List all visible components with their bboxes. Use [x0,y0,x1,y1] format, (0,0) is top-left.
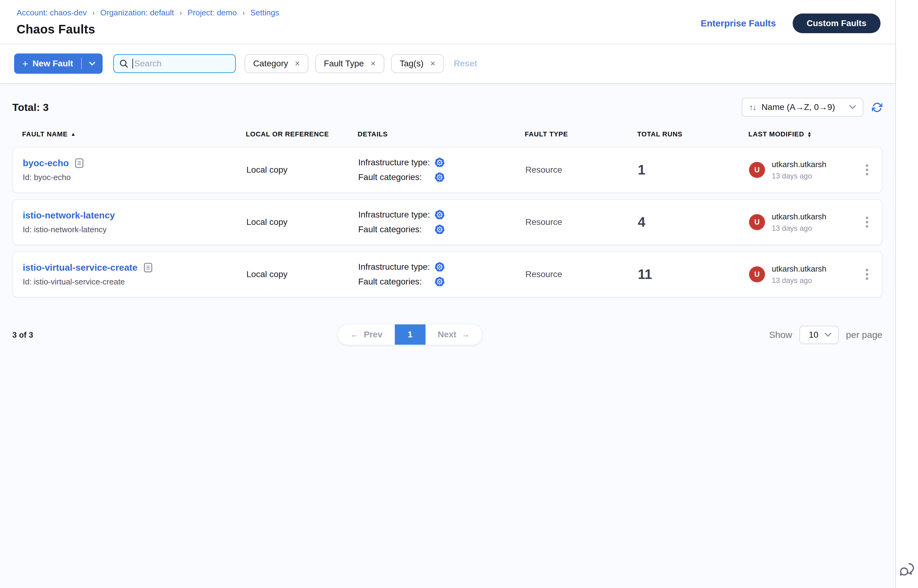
header-actions: Enterprise Faults Custom Faults [700,13,881,33]
total-runs-value: 4 [638,215,749,230]
close-icon[interactable]: × [295,59,300,68]
last-modified-cell: U utkarsh.utkarsh 13 days ago [749,264,872,285]
right-gutter [895,0,918,588]
details-cell: Infrastructure type: Fault categories: [358,210,525,235]
filter-chip-category[interactable]: Category × [244,54,309,73]
column-label: FAULT NAME [22,130,68,138]
custom-faults-button[interactable]: Custom Faults [793,13,881,33]
infrastructure-type-label: Infrastructure type: [358,262,435,272]
fault-id: Id: istio-virtual-service-create [23,277,246,287]
modified-by: utkarsh.utkarsh [772,212,826,221]
column-last-modified[interactable]: LAST MODIFIED ▲▼ [748,130,873,138]
copy-icon[interactable] [144,263,152,273]
kubernetes-icon [435,172,445,183]
pagination-row: 3 of 3 ← Prev 1 Next → Show 10 [12,324,882,346]
chaos-faults-page: Account: chaos-dev › Organization: defau… [0,0,918,588]
copy-icon[interactable] [75,158,84,168]
new-fault-label: New Fault [32,59,73,68]
enterprise-faults-link[interactable]: Enterprise Faults [700,18,776,29]
new-fault-dropdown-toggle[interactable] [82,62,103,65]
row-menu-button[interactable] [862,265,872,284]
close-icon[interactable]: × [430,59,435,68]
column-details: DETAILS [357,130,525,138]
table-row[interactable]: istio-network-latency Id: istio-network-… [12,199,882,245]
table-row[interactable]: byoc-echo Id: byoc-echo Local copy Infra… [12,147,882,193]
kubernetes-icon [435,224,445,235]
page-size-control: Show 10 per page [769,326,882,344]
breadcrumb-organization-link[interactable]: Organization: default [100,8,174,18]
filter-chip-label: Fault Type [324,59,364,68]
filter-chip-label: Tag(s) [400,59,423,68]
search-icon [120,59,128,68]
chevron-down-icon [849,105,856,109]
total-runs-value: 1 [638,162,749,178]
fault-type-value: Resource [525,165,638,175]
table-header-row: FAULT NAME ▲ LOCAL OR REFERENCE DETAILS … [12,130,882,138]
pagination-summary: 3 of 3 [12,330,33,340]
infrastructure-type-label: Infrastructure type: [358,210,435,220]
local-or-reference-value: Local copy [246,270,358,279]
fault-id: Id: byoc-echo [23,173,246,182]
breadcrumb-account-link[interactable]: Account: chaos-dev [16,8,87,18]
kubernetes-icon [435,262,445,272]
next-label: Next [438,330,457,339]
row-menu-button[interactable] [862,161,872,179]
column-fault-name[interactable]: FAULT NAME ▲ [22,130,246,138]
refresh-icon [872,102,882,112]
filter-chip-tags[interactable]: Tag(s) × [391,54,444,73]
prev-label: Prev [364,330,383,339]
modified-at: 13 days ago [772,276,826,285]
new-fault-button[interactable]: + New Fault [14,53,103,74]
list-header: Total: 3 ↑↓ Name (A→Z, 0→9) [12,98,882,117]
filter-chip-fault-type[interactable]: Fault Type × [315,54,384,73]
fault-categories-label: Fault categories: [358,277,435,287]
modified-by: utkarsh.utkarsh [772,160,826,169]
breadcrumb-settings-link[interactable]: Settings [251,8,279,18]
column-fault-type: FAULT TYPE [525,130,637,138]
search-box[interactable] [113,54,236,73]
search-input[interactable] [133,58,225,69]
avatar: U [749,162,765,178]
reset-filters-button[interactable]: Reset [454,59,477,68]
filter-chips: Category × Fault Type × Tag(s) × [244,54,444,73]
main-column: Account: chaos-dev › Organization: defau… [0,0,895,588]
chevron-down-icon [89,62,95,65]
column-local-or-reference: LOCAL OR REFERENCE [246,130,357,138]
chevron-down-icon [824,333,831,337]
chat-bubbles-icon [899,562,916,578]
next-page-button[interactable]: Next → [425,325,482,345]
fault-name-link[interactable]: istio-network-latency [23,210,115,221]
fault-categories-label: Fault categories: [358,225,435,234]
sort-arrows-icon: ↑↓ [749,103,756,112]
content-area: Total: 3 ↑↓ Name (A→Z, 0→9) FAULT NAME ▲ [0,84,895,588]
plus-icon: + [22,58,28,69]
infrastructure-type-label: Infrastructure type: [358,158,435,168]
chat-help-button[interactable] [899,562,916,581]
total-count: Total: 3 [12,102,48,113]
current-page-button[interactable]: 1 [395,325,425,345]
prev-page-button[interactable]: ← Prev [338,325,395,345]
pager: ← Prev 1 Next → [337,324,483,345]
chevron-right-icon: › [242,9,245,17]
row-menu-button[interactable] [862,213,872,231]
refresh-button[interactable] [872,102,882,112]
table-row[interactable]: istio-virtual-service-create Id: istio-v… [12,251,882,297]
page-size-dropdown[interactable]: 10 [799,326,839,344]
toolbar: + New Fault Category × Fault Type [0,44,895,84]
column-label: FAULT TYPE [525,130,568,138]
sort-selected-value: Name (A→Z, 0→9) [761,102,835,112]
column-label: TOTAL RUNS [637,130,682,138]
fault-name-link[interactable]: istio-virtual-service-create [23,262,137,273]
fault-name-link[interactable]: byoc-echo [23,158,69,168]
close-icon[interactable]: × [370,59,375,68]
details-cell: Infrastructure type: Fault categories: [358,157,525,183]
sort-dropdown[interactable]: ↑↓ Name (A→Z, 0→9) [742,98,863,117]
breadcrumb-project-link[interactable]: Project: demo [187,8,237,18]
column-label: LOCAL OR REFERENCE [246,130,329,138]
last-modified-cell: U utkarsh.utkarsh 13 days ago [749,212,872,233]
show-label: Show [769,330,792,340]
column-label: DETAILS [357,130,388,138]
chevron-right-icon: › [179,9,182,17]
chevron-right-icon: › [92,9,95,17]
column-total-runs: TOTAL RUNS [637,130,748,138]
